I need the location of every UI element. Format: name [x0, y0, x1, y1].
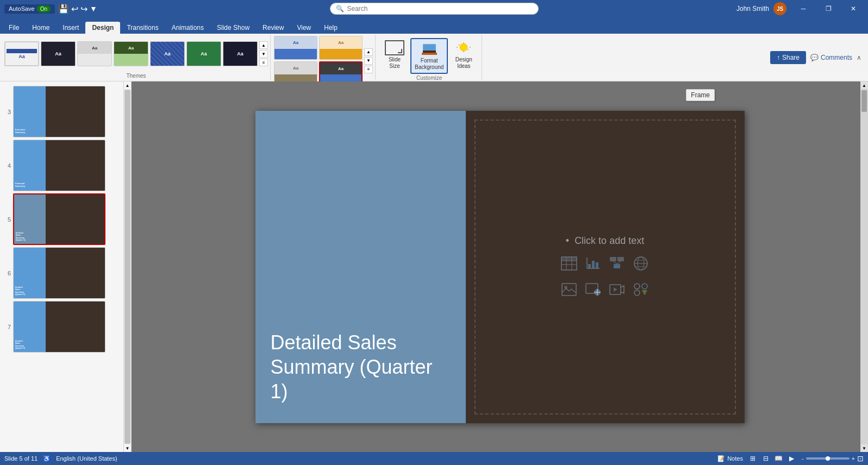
svg-rect-23 — [614, 264, 620, 268]
canvas-scroll-down-btn[interactable]: ▼ — [860, 444, 868, 452]
theme-t7[interactable]: Aa — [223, 41, 258, 66]
themes-scroll-up[interactable]: ▲ — [259, 41, 268, 49]
canvas-scroll-up-btn[interactable]: ▲ — [860, 81, 868, 89]
slide-number-3: 3 — [2, 109, 11, 115]
zoom-thumb[interactable] — [826, 456, 830, 461]
slide-item-4[interactable]: 4 FinancialSummary — [2, 140, 121, 191]
slide-thumb-6[interactable]: DetailedSalesSummary(Quarter 2) — [13, 247, 105, 299]
icons-icon[interactable] — [632, 280, 650, 299]
slide-thumb-7[interactable]: DetailedSalesSummary(Quarter 3) — [13, 301, 105, 353]
theme-t3[interactable]: Aa — [77, 41, 112, 66]
canvas-scroll-thumb[interactable] — [861, 90, 867, 112]
slides-scrollbar[interactable]: ▲ ▼ — [124, 81, 132, 452]
ribbon-tab-home[interactable]: Home — [26, 22, 56, 34]
autosave-toggle[interactable]: AutoSave On — [4, 4, 55, 14]
variants-expand[interactable]: ≡ — [364, 66, 373, 73]
slideshow-btn[interactable]: ▶ — [786, 453, 797, 464]
globe-icon[interactable] — [632, 254, 650, 273]
normal-view-btn[interactable]: ⊞ — [747, 453, 758, 464]
design-ideas-button[interactable]: DesignIdeas — [450, 38, 477, 72]
share-icon: ↑ — [777, 54, 780, 61]
user-avatar[interactable]: JS — [773, 2, 786, 15]
slide-item-7[interactable]: 7 DetailedSalesSummary(Quarter 3) — [2, 301, 121, 353]
variants-scroll-up[interactable]: ▲ — [364, 48, 373, 56]
canvas-area[interactable]: Frame Detailed Sales Summary (Quarter 1)… — [132, 81, 868, 452]
themes-section: Aa Aa Aa — [2, 35, 271, 80]
slide-item-3[interactable]: 3 ExecutiveSummary — [2, 86, 121, 137]
title-bar-right: John Smith JS ─ ❐ ✕ — [734, 0, 868, 17]
slide-size-button[interactable]: SlideSize — [381, 38, 408, 72]
slide-thumb-5-active[interactable]: DetailedSalesSummary(Quarter 1) — [13, 193, 105, 245]
ribbon-tab-animations[interactable]: Animations — [165, 22, 210, 34]
quick-access-icons: 💾 ↩ ↪ ▼ — [58, 4, 97, 14]
theme-t4[interactable]: Aa — [114, 41, 148, 66]
slide-thumb-3[interactable]: ExecutiveSummary — [13, 86, 105, 137]
restore-button[interactable]: ❐ — [816, 0, 841, 17]
slides-scroll-up-btn[interactable]: ▲ — [124, 81, 131, 89]
slide-thumb-4[interactable]: FinancialSummary — [13, 140, 105, 191]
placeholder-text-row: • Click to add text — [566, 235, 644, 247]
ribbon-content: Aa Aa Aa — [0, 34, 868, 81]
zoom-in-btn[interactable]: + — [852, 455, 855, 462]
ribbon-tab-insert[interactable]: Insert — [56, 22, 85, 34]
ribbon-tab-slide show[interactable]: Slide Show — [210, 22, 256, 34]
svg-rect-15 — [561, 257, 577, 261]
zoom-fit-btn[interactable]: ⊡ — [857, 454, 864, 463]
search-box[interactable]: 🔍 — [330, 3, 539, 15]
table-icon[interactable] — [560, 254, 578, 273]
video-icon[interactable] — [608, 280, 626, 299]
theme-office[interactable]: Aa — [4, 41, 39, 66]
slide-item-6[interactable]: 6 DetailedSalesSummary(Quarter 2) — [2, 247, 121, 299]
slide-right-panel[interactable]: • Click to add text — [466, 111, 745, 423]
slide-canvas[interactable]: Detailed Sales Summary (Quarter 1) • Cli… — [255, 111, 745, 423]
zoom-out-btn[interactable]: - — [802, 455, 804, 462]
slides-scroll-thumb[interactable] — [124, 90, 130, 444]
smartart-icon[interactable] — [608, 254, 626, 273]
search-container: 🔍 — [330, 0, 539, 17]
ribbon-tab-design[interactable]: Design — [85, 22, 120, 34]
main-area: 3 ExecutiveSummary 4 Financial — [0, 81, 868, 452]
slide-item-5[interactable]: 5 DetailedSalesSummary(Quarter 1) — [2, 193, 121, 245]
theme-t6[interactable]: Aa — [186, 41, 221, 66]
variant-2[interactable]: Aa — [319, 36, 363, 60]
picture-icon[interactable] — [560, 280, 578, 299]
customize-section: SlideSize FormatBackground — [377, 35, 482, 80]
content-placeholder[interactable]: • Click to add text — [474, 120, 736, 414]
share-button[interactable]: ↑ Share — [770, 51, 806, 64]
minimize-button[interactable]: ─ — [791, 0, 816, 17]
placeholder-text[interactable]: Click to add text — [574, 235, 644, 247]
variant-1[interactable]: Aa — [274, 36, 317, 60]
themes-scroll-down[interactable]: ▼ — [259, 50, 268, 58]
svg-point-39 — [634, 284, 640, 289]
comments-button[interactable]: 💬 Comments — [810, 54, 852, 61]
save-icon[interactable]: 💾 — [58, 4, 69, 14]
redo-icon[interactable]: ↪ — [80, 4, 88, 14]
content-icons-row1 — [560, 254, 650, 273]
slide-sorter-btn[interactable]: ⊟ — [760, 453, 771, 464]
online-icon[interactable] — [584, 280, 602, 299]
notes-button[interactable]: 📝 Notes — [717, 455, 743, 462]
zoom-slider[interactable] — [806, 457, 850, 460]
ribbon-collapse-button[interactable]: ∧ — [857, 54, 861, 61]
ribbon-tab-help[interactable]: Help — [317, 22, 344, 34]
ribbon-tab-review[interactable]: Review — [256, 22, 290, 34]
reading-view-btn[interactable]: 📖 — [773, 453, 784, 464]
ribbon-tab-file[interactable]: File — [2, 22, 26, 34]
close-button[interactable]: ✕ — [841, 0, 866, 17]
canvas-vscroll[interactable]: ▲ ▼ — [860, 81, 868, 452]
themes-expand[interactable]: ≡ — [259, 59, 268, 66]
theme-t5[interactable]: Aa — [150, 41, 185, 66]
slides-scroll-down-btn[interactable]: ▼ — [124, 444, 131, 452]
autosave-state[interactable]: On — [37, 5, 51, 12]
variants-scroll-down[interactable]: ▼ — [364, 57, 373, 65]
customize-qat-icon[interactable]: ▼ — [90, 4, 97, 13]
undo-icon[interactable]: ↩ — [71, 4, 78, 14]
ribbon-tab-transitions[interactable]: Transitions — [120, 22, 165, 34]
slides-panel[interactable]: 3 ExecutiveSummary 4 Financial — [0, 81, 124, 452]
chart-icon[interactable] — [584, 254, 602, 273]
format-background-button[interactable]: FormatBackground — [410, 38, 448, 74]
theme-t2[interactable]: Aa — [41, 41, 76, 66]
ribbon-tab-view[interactable]: View — [290, 22, 317, 34]
search-input[interactable] — [347, 5, 533, 12]
slide-left-panel[interactable]: Detailed Sales Summary (Quarter 1) — [255, 111, 466, 423]
